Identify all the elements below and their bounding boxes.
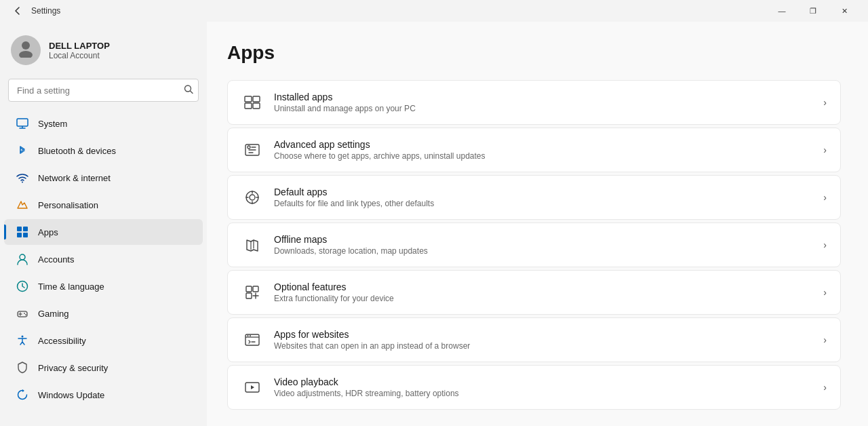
sidebar-item-personalisation[interactable]: Personalisation: [4, 192, 203, 218]
svg-rect-23: [253, 103, 260, 109]
svg-rect-10: [17, 233, 22, 237]
user-account-type: Local Account: [49, 51, 110, 60]
search-container: [8, 79, 199, 102]
time-icon: [15, 279, 30, 294]
avatar: [11, 35, 41, 65]
windows-update-icon: [15, 387, 30, 402]
svg-rect-8: [17, 227, 22, 231]
optional-features-icon: [241, 282, 263, 303]
sidebar-label-windows-update: Windows Update: [38, 390, 104, 400]
svg-point-0: [22, 41, 30, 50]
sidebar-label-accessibility: Accessibility: [38, 336, 86, 346]
sidebar-label-gaming: Gaming: [38, 309, 69, 319]
advanced-app-settings-card[interactable]: Advanced app settings Choose where to ge…: [227, 128, 841, 172]
minimize-button[interactable]: —: [766, 0, 797, 22]
svg-point-7: [22, 182, 23, 183]
optional-features-subtitle: Extra functionality for your device: [274, 294, 812, 303]
sidebar-item-time[interactable]: Time & language: [4, 273, 203, 299]
restore-button[interactable]: ❐: [797, 0, 829, 22]
offline-maps-card[interactable]: Offline maps Downloads, storage location…: [227, 222, 841, 267]
default-apps-subtitle: Defaults for file and link types, other …: [274, 199, 812, 208]
search-icon: [184, 85, 193, 96]
sidebar-item-privacy[interactable]: Privacy & security: [4, 355, 203, 381]
app-title: Settings: [31, 6, 766, 16]
sidebar-item-network[interactable]: Network & internet: [4, 165, 203, 191]
sidebar-item-accounts[interactable]: Accounts: [4, 246, 203, 272]
privacy-icon: [15, 360, 30, 375]
svg-rect-4: [17, 119, 28, 126]
installed-apps-card[interactable]: Installed apps Uninstall and manage apps…: [227, 80, 841, 125]
apps-for-websites-icon: [241, 329, 263, 351]
apps-for-websites-chevron: ›: [823, 334, 827, 345]
svg-line-3: [191, 91, 193, 94]
sidebar-label-privacy: Privacy & security: [38, 363, 108, 373]
back-button[interactable]: [8, 1, 27, 20]
sidebar-item-accessibility[interactable]: Accessibility: [4, 328, 203, 353]
svg-rect-11: [23, 233, 28, 237]
sidebar-item-apps[interactable]: Apps: [4, 219, 203, 245]
video-playback-text: Video playback Video adjustments, HDR st…: [274, 376, 812, 398]
svg-point-32: [248, 335, 249, 336]
user-profile[interactable]: DELL LAPTOP Local Account: [0, 22, 207, 76]
advanced-app-settings-title: Advanced app settings: [274, 139, 812, 150]
svg-rect-21: [253, 96, 260, 102]
installed-apps-subtitle: Uninstall and manage apps on your PC: [274, 104, 812, 113]
svg-rect-29: [253, 286, 258, 292]
close-button[interactable]: ✕: [829, 0, 860, 22]
advanced-app-settings-subtitle: Choose where to get apps, archive apps, …: [274, 151, 812, 161]
installed-apps-chevron: ›: [823, 97, 827, 108]
search-input[interactable]: [8, 79, 199, 102]
content-area: Apps Installed apps Uninstall and manage…: [207, 22, 868, 426]
sidebar-label-network: Network & internet: [38, 173, 111, 183]
avatar-icon: [16, 39, 35, 62]
optional-features-card[interactable]: Optional features Extra functionality fo…: [227, 270, 841, 315]
advanced-app-settings-chevron: ›: [823, 144, 827, 155]
svg-rect-9: [23, 227, 28, 231]
sidebar-item-bluetooth[interactable]: Bluetooth & devices: [4, 138, 203, 163]
video-playback-card[interactable]: Video playback Video adjustments, HDR st…: [227, 365, 841, 410]
video-playback-chevron: ›: [823, 382, 827, 393]
default-apps-card[interactable]: Default apps Defaults for file and link …: [227, 175, 841, 220]
user-info: DELL LAPTOP Local Account: [49, 41, 110, 60]
svg-rect-20: [245, 96, 252, 102]
accessibility-icon: [15, 333, 30, 348]
offline-maps-icon: [241, 234, 263, 256]
video-playback-subtitle: Video adjustments, HDR streaming, batter…: [274, 389, 812, 398]
sidebar-label-system: System: [38, 119, 67, 129]
offline-maps-title: Offline maps: [274, 234, 812, 245]
advanced-app-settings-text: Advanced app settings Choose where to ge…: [274, 139, 812, 161]
offline-maps-chevron: ›: [823, 239, 827, 250]
optional-features-title: Optional features: [274, 282, 812, 292]
svg-rect-30: [246, 293, 252, 298]
sidebar-label-apps: Apps: [38, 227, 58, 237]
sidebar-item-windows-update[interactable]: Windows Update: [4, 382, 203, 408]
svg-rect-22: [245, 103, 252, 109]
svg-point-12: [20, 254, 25, 260]
network-icon: [15, 170, 30, 185]
svg-rect-28: [246, 286, 252, 292]
gaming-icon: [15, 306, 30, 321]
default-apps-text: Default apps Defaults for file and link …: [274, 187, 812, 208]
titlebar: Settings — ❐ ✕: [0, 0, 868, 22]
default-apps-icon: [241, 187, 263, 208]
video-playback-title: Video playback: [274, 376, 812, 387]
user-name: DELL LAPTOP: [49, 41, 110, 51]
sidebar-item-gaming[interactable]: Gaming: [4, 301, 203, 326]
installed-apps-text: Installed apps Uninstall and manage apps…: [274, 92, 812, 113]
page-title: Apps: [227, 42, 841, 64]
sidebar-item-system[interactable]: System: [4, 111, 203, 136]
apps-for-websites-card[interactable]: Apps for websites Websites that can open…: [227, 317, 841, 362]
offline-maps-text: Offline maps Downloads, storage location…: [274, 234, 812, 256]
personalisation-icon: [15, 197, 30, 212]
optional-features-chevron: ›: [823, 287, 827, 298]
svg-point-25: [248, 146, 250, 149]
default-apps-chevron: ›: [823, 192, 827, 203]
svg-point-18: [25, 314, 26, 315]
optional-features-text: Optional features Extra functionality fo…: [274, 282, 812, 303]
svg-point-1: [19, 51, 33, 58]
apps-for-websites-text: Apps for websites Websites that can open…: [274, 329, 812, 351]
video-playback-icon: [241, 376, 263, 398]
advanced-settings-icon: [241, 139, 263, 161]
bluetooth-icon: [15, 143, 30, 158]
installed-apps-title: Installed apps: [274, 92, 812, 102]
